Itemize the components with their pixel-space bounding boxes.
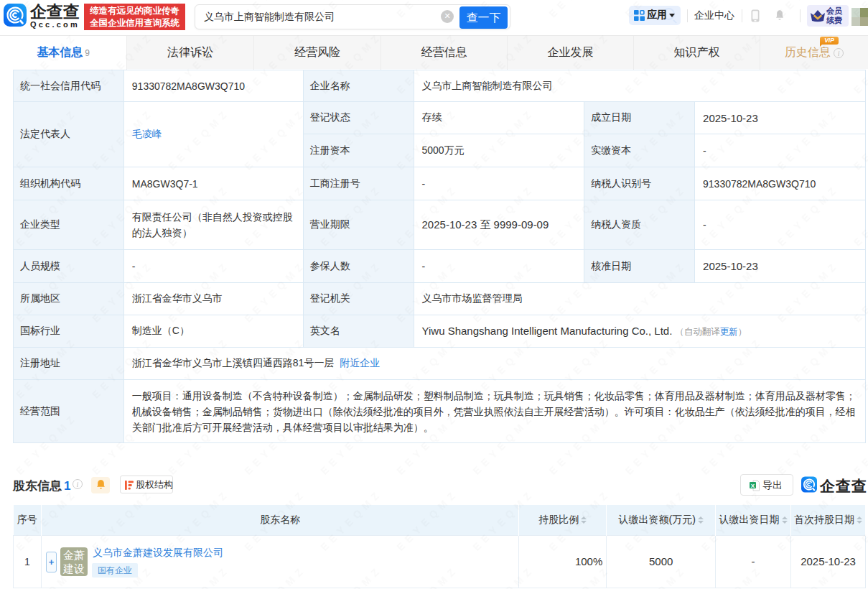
svg-text:X: X [751,483,755,489]
